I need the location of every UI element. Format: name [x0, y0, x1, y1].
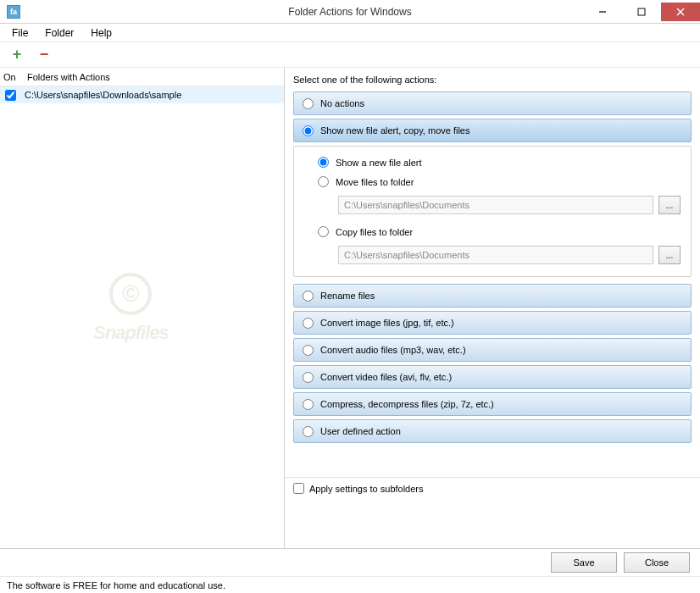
left-panel: On Folders with Actions C:\Users\snapfil…	[0, 68, 285, 548]
apply-subfolders-checkbox[interactable]	[293, 483, 304, 494]
right-panel: Select one of the following actions: No …	[285, 68, 700, 548]
folder-enabled-checkbox[interactable]	[5, 90, 16, 101]
sub-option-label: Move files to folder	[336, 177, 414, 187]
radio-user-defined[interactable]	[303, 426, 314, 437]
sub-option-label: Copy files to folder	[336, 227, 413, 237]
bottom-bar: Save Close	[0, 549, 700, 576]
copy-path-row: ...	[304, 246, 681, 264]
folder-list: C:\Users\snapfiles\Downloads\sample © Sn…	[0, 86, 284, 548]
watermark-brand: Snapfiles	[93, 322, 169, 344]
option-label: Rename files	[320, 291, 375, 301]
menu-help[interactable]: Help	[82, 25, 120, 41]
option-label: Compress, decompress files (zip, 7z, etc…	[320, 399, 494, 409]
radio-rename[interactable]	[303, 291, 314, 302]
radio-show-alert[interactable]	[303, 125, 314, 136]
copy-path-browse-button[interactable]: ...	[658, 246, 681, 264]
folder-path: C:\Users\snapfiles\Downloads\sample	[25, 90, 181, 100]
column-on: On	[3, 72, 27, 82]
radio-compress[interactable]	[303, 399, 314, 410]
menu-file[interactable]: File	[3, 25, 36, 41]
sub-option-show-alert[interactable]: Show a new file alert	[304, 157, 681, 168]
sub-option-move[interactable]: Move files to folder	[304, 176, 681, 187]
option-show-alert[interactable]: Show new file alert, copy, move files	[293, 119, 692, 142]
remove-folder-button[interactable]: −	[36, 47, 53, 64]
toolbar: + −	[0, 42, 700, 68]
statusbar: The software is FREE for home and educat…	[0, 576, 700, 593]
maximize-button[interactable]	[622, 3, 661, 21]
main-area: On Folders with Actions C:\Users\snapfil…	[0, 68, 700, 549]
app-icon: fa	[7, 5, 20, 19]
move-path-row: ...	[304, 196, 681, 214]
option-label: Convert image files (jpg, tif, etc.)	[320, 318, 454, 328]
folder-row[interactable]: C:\Users\snapfiles\Downloads\sample	[0, 86, 284, 103]
titlebar: fa Folder Actions for Windows	[0, 0, 700, 24]
option-convert-image[interactable]: Convert image files (jpg, tif, etc.)	[293, 311, 692, 335]
radio-convert-image[interactable]	[303, 318, 314, 329]
minimize-button[interactable]	[583, 3, 622, 21]
option-label: User defined action	[320, 426, 401, 436]
svg-rect-1	[638, 8, 645, 15]
column-folders: Folders with Actions	[27, 72, 281, 82]
window-controls	[583, 3, 700, 21]
copyright-icon: ©	[109, 273, 152, 315]
apply-subfolders-label: Apply settings to subfolders	[309, 484, 424, 494]
close-button[interactable]	[661, 3, 700, 21]
option-no-actions[interactable]: No actions	[293, 91, 692, 115]
radio-sub-show-alert[interactable]	[318, 157, 329, 168]
radio-convert-audio[interactable]	[303, 345, 314, 356]
sub-option-label: Show a new file alert	[336, 158, 422, 168]
option-label: No actions	[320, 98, 364, 108]
menubar: File Folder Help	[0, 24, 700, 42]
radio-no-actions[interactable]	[303, 98, 314, 109]
option-label: Show new file alert, copy, move files	[320, 125, 469, 136]
move-path-browse-button[interactable]: ...	[658, 196, 681, 214]
window-title: Folder Actions for Windows	[288, 6, 411, 18]
radio-convert-video[interactable]	[303, 372, 314, 383]
folder-list-header: On Folders with Actions	[0, 68, 284, 86]
radio-sub-copy[interactable]	[318, 226, 329, 237]
action-detail-panel: Show a new file alert Move files to fold…	[293, 146, 692, 277]
plus-icon: +	[13, 46, 22, 64]
option-compress[interactable]: Compress, decompress files (zip, 7z, etc…	[293, 392, 692, 416]
option-label: Convert audio files (mp3, wav, etc.)	[320, 345, 466, 355]
minus-icon: −	[40, 46, 49, 64]
move-path-input[interactable]	[338, 196, 653, 214]
option-user-defined[interactable]: User defined action	[293, 419, 692, 443]
add-folder-button[interactable]: +	[8, 47, 25, 64]
close-app-button[interactable]: Close	[624, 552, 690, 573]
status-text: The software is FREE for home and educat…	[7, 580, 225, 590]
radio-sub-move[interactable]	[318, 176, 329, 187]
copy-path-input[interactable]	[338, 246, 653, 264]
watermark: © Snapfiles	[93, 273, 169, 344]
option-rename[interactable]: Rename files	[293, 284, 692, 308]
option-convert-audio[interactable]: Convert audio files (mp3, wav, etc.)	[293, 338, 692, 362]
option-convert-video[interactable]: Convert video files (avi, flv, etc.)	[293, 365, 692, 389]
actions-title: Select one of the following actions:	[293, 75, 692, 85]
menu-folder[interactable]: Folder	[36, 25, 82, 41]
option-label: Convert video files (avi, flv, etc.)	[320, 372, 452, 382]
apply-subfolders-row[interactable]: Apply settings to subfolders	[285, 477, 700, 499]
sub-option-copy[interactable]: Copy files to folder	[304, 226, 681, 237]
save-button[interactable]: Save	[551, 552, 617, 573]
